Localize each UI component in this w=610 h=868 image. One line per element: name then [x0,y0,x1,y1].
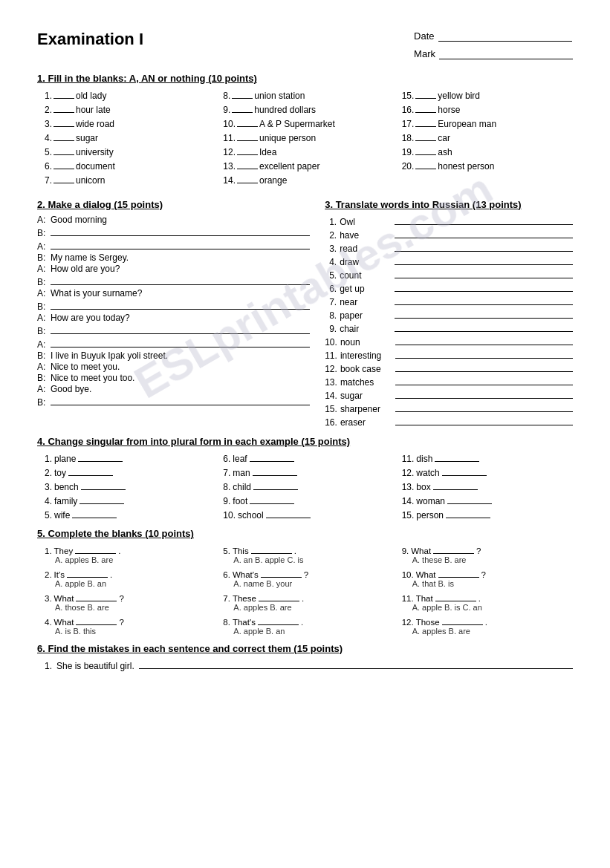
translate-num: 9. [325,324,337,334]
translate-answer-blank[interactable] [395,295,573,305]
complete-answer-blank[interactable] [261,567,302,578]
complete-answer-blank[interactable] [435,591,476,601]
translate-answer-blank[interactable] [395,335,573,345]
complete-answer-blank[interactable] [76,615,117,625]
translate-answer-blank[interactable] [395,348,573,359]
complete-answer-blank[interactable] [442,615,483,625]
plural-answer-blank[interactable] [250,451,294,462]
article-blank[interactable] [232,88,253,99]
dialog-answer-blank[interactable] [51,275,310,285]
dialog-answer-blank[interactable] [51,395,310,405]
plural-item: 8.child [223,480,394,492]
date-label: Date [414,30,434,42]
translate-word: sharpener [340,404,392,414]
complete-answer-blank[interactable] [438,567,479,578]
plural-answer-blank[interactable] [253,466,297,476]
complete-answer-blank[interactable] [259,591,299,601]
article-blank[interactable] [415,102,436,113]
article-blank[interactable] [53,145,74,155]
mistake-answer-blank[interactable] [139,659,573,669]
plural-answer-blank[interactable] [72,508,117,518]
plural-answer-blank[interactable] [446,508,490,518]
fill-item: 18.car [402,131,573,143]
article-blank[interactable] [237,173,258,183]
translate-answer-blank[interactable] [395,308,573,319]
dialog-answer-blank[interactable] [51,337,310,347]
fill-item [402,173,573,186]
complete-answer-blank[interactable] [258,615,299,625]
translate-answer-blank[interactable] [395,402,573,412]
dialog-answer-blank[interactable] [51,239,310,249]
plural-answer-blank[interactable] [253,480,298,490]
dialog-label: A: [37,384,48,394]
dialog-answer-blank[interactable] [51,226,310,236]
translate-answer-blank[interactable] [395,255,573,265]
article-blank[interactable] [237,145,258,155]
plural-answer-blank[interactable] [81,480,126,490]
complete-answer-blank[interactable] [251,544,292,554]
plural-answer-blank[interactable] [68,466,113,476]
article-blank[interactable] [53,102,74,113]
article-blank[interactable] [53,117,74,127]
complete-item: 10. What ?A. that B. is [402,567,573,588]
plural-word: toy [54,468,66,478]
translate-item: 12.book case [325,362,573,374]
translate-answer-blank[interactable] [395,415,573,425]
translate-answer-blank[interactable] [395,362,573,372]
translate-num: 11. [325,350,337,361]
complete-num: 4. [45,618,52,627]
translate-answer-blank[interactable] [395,322,573,332]
article-blank[interactable] [232,102,253,113]
complete-num: 1. [45,546,52,555]
complete-answer-blank[interactable] [433,544,474,554]
article-blank[interactable] [237,117,258,127]
article-blank[interactable] [415,145,436,155]
header: Examination I Date Mark [37,30,573,59]
article-blank[interactable] [415,159,436,169]
translate-answer-blank[interactable] [395,281,573,292]
dialog-lines: A:Good morningB:A:B:My name is Sergey.A:… [37,215,310,408]
plural-answer-blank[interactable] [435,451,479,462]
dialog-line: B:Nice to meet you too. [37,373,310,383]
complete-answer-blank[interactable] [67,567,108,578]
complete-answer-blank[interactable] [76,591,117,601]
translate-word: noun [340,337,392,347]
translate-num: 2. [325,230,337,241]
translate-answer-blank[interactable] [395,241,573,252]
complete-answer-blank[interactable] [75,544,116,554]
dialog-answer-blank[interactable] [51,324,310,334]
plural-answer-blank[interactable] [78,451,123,462]
plural-answer-blank[interactable] [80,494,124,504]
mark-field[interactable] [439,48,573,59]
translate-answer-blank[interactable] [395,268,573,278]
plural-item: 12.watch [402,466,573,478]
translate-answer-blank[interactable] [395,228,573,238]
translate-answer-blank[interactable] [395,375,573,385]
translate-answer-blank[interactable] [395,215,573,225]
article-blank[interactable] [53,159,74,169]
date-field[interactable] [438,30,572,42]
plural-num: 13. [402,482,415,492]
article-blank[interactable] [237,159,258,169]
translate-answer-blank[interactable] [395,388,573,399]
plural-item: 11.dish [402,451,573,464]
article-blank[interactable] [53,131,74,141]
plural-answer-blank[interactable] [442,466,487,476]
article-blank[interactable] [53,88,74,99]
translate-item: 13.matches [325,375,573,388]
dialog-text: I live in Buyuk Ipak yoli street. [51,350,168,361]
item-text: European man [438,119,496,129]
dialog-answer-blank[interactable] [51,299,310,310]
plural-answer-blank[interactable] [447,494,492,504]
article-blank[interactable] [415,88,436,99]
complete-text: What [416,570,436,579]
plural-answer-blank[interactable] [250,494,294,504]
plural-item: 1.plane [45,451,215,464]
article-blank[interactable] [237,131,258,141]
article-blank[interactable] [415,117,436,127]
plural-word: foot [233,496,247,506]
plural-answer-blank[interactable] [266,508,311,518]
article-blank[interactable] [415,131,436,141]
plural-answer-blank[interactable] [433,480,478,490]
article-blank[interactable] [53,173,74,183]
